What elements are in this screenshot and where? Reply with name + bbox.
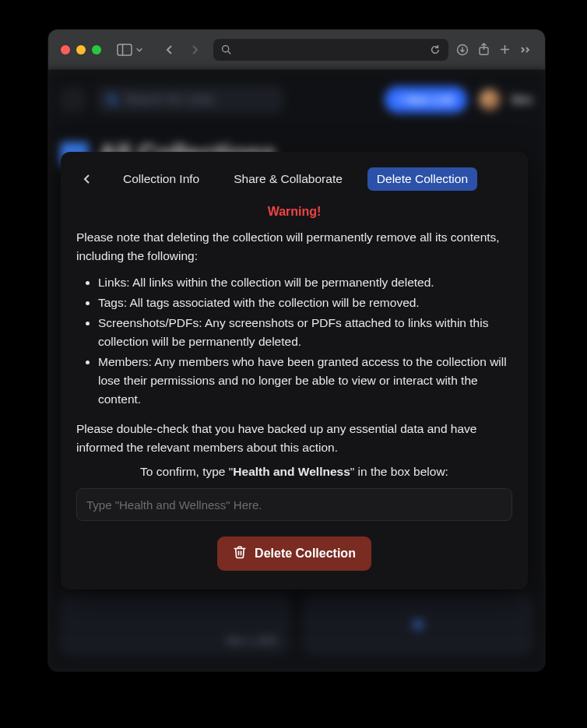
close-window-button[interactable]: [61, 45, 70, 55]
minimize-window-button[interactable]: [76, 45, 86, 55]
chevron-down-icon[interactable]: [135, 46, 143, 54]
consequences-list: Links: All links within the collection w…: [76, 273, 512, 409]
browser-toolbar: [48, 30, 545, 70]
app-search-input[interactable]: Search for Links: [97, 86, 283, 114]
intro-text: Please note that deleting the collection…: [76, 228, 512, 266]
list-item: Links: All links within the collection w…: [98, 273, 512, 292]
delete-collection-modal: Collection Info Share & Collaborate Dele…: [61, 152, 528, 589]
svg-point-2: [223, 46, 229, 52]
trash-icon: [233, 545, 247, 562]
avatar[interactable]: [478, 88, 501, 111]
sidebar-icon[interactable]: [117, 44, 132, 56]
svg-line-11: [114, 102, 118, 105]
confirm-name-input[interactable]: [76, 488, 512, 521]
user-name: Ben: [512, 93, 533, 106]
address-bar[interactable]: [213, 39, 448, 61]
app-search-placeholder: Search for Links: [125, 93, 215, 107]
app-menu-button[interactable]: [61, 87, 86, 112]
search-icon: [221, 44, 231, 55]
outro-text: Please double-check that you have backed…: [76, 420, 512, 457]
toolbar-right-group: [456, 43, 533, 56]
fullscreen-window-button[interactable]: [92, 45, 101, 55]
svg-rect-0: [118, 44, 132, 55]
list-item: Tags: All tags associated with the colle…: [98, 294, 512, 312]
share-icon[interactable]: [478, 43, 490, 56]
nav-group: [159, 40, 206, 60]
sidebar-toggle-group: [117, 44, 143, 56]
list-item: Members: Any members who have been grant…: [98, 353, 512, 409]
confirm-instruction: To confirm, type "Health and Wellness" i…: [76, 465, 512, 479]
delete-collection-button[interactable]: Delete Collection: [217, 536, 371, 571]
warning-heading: Warning!: [76, 205, 512, 219]
nav-back-button[interactable]: [159, 40, 181, 60]
delete-button-label: Delete Collection: [255, 547, 356, 561]
modal-back-button[interactable]: [76, 168, 98, 190]
svg-point-10: [107, 95, 115, 103]
tab-collection-info[interactable]: Collection Info: [114, 167, 209, 191]
reload-icon[interactable]: [430, 44, 441, 55]
add-collection-card[interactable]: [304, 593, 533, 656]
card-date: Dec 1, 2023: [227, 635, 277, 646]
svg-line-3: [228, 51, 230, 54]
new-tab-icon[interactable]: [499, 44, 511, 55]
tab-delete-collection[interactable]: Delete Collection: [367, 167, 477, 191]
new-link-button[interactable]: + New Link: [385, 86, 467, 113]
tab-share-collaborate[interactable]: Share & Collaborate: [224, 167, 352, 191]
downloads-icon[interactable]: [456, 44, 469, 56]
window-controls: [61, 45, 101, 55]
tabs-overflow-icon[interactable]: [520, 45, 533, 55]
list-item: Screenshots/PDFs: Any screenshots or PDF…: [98, 314, 512, 351]
modal-tabs: Collection Info Share & Collaborate Dele…: [76, 167, 512, 191]
nav-forward-button[interactable]: [184, 40, 206, 60]
collection-card[interactable]: Dec 1, 2023: [61, 593, 290, 656]
